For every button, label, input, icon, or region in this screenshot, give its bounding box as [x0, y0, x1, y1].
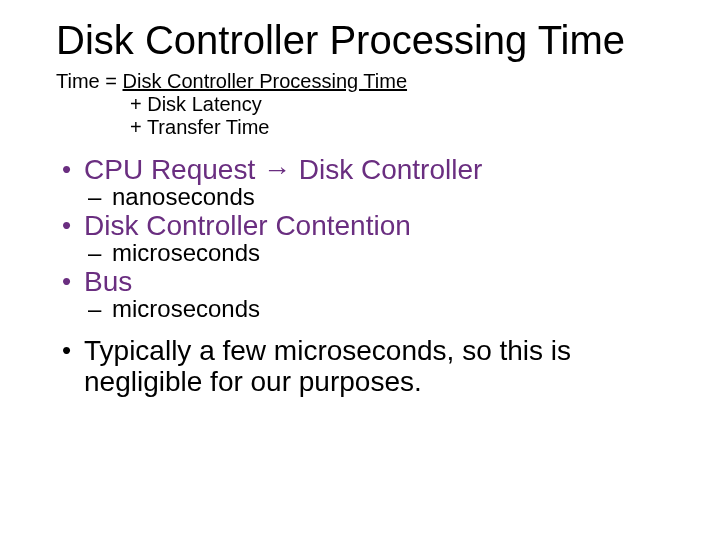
- item-label-pre: CPU Request: [84, 154, 263, 185]
- formula-line-2: + Disk Latency: [56, 93, 664, 116]
- item-sub: microseconds: [84, 240, 664, 266]
- conclusion-item: Typically a few microseconds, so this is…: [56, 336, 664, 396]
- list-item: Disk Controller Contention microseconds: [56, 211, 664, 267]
- item-sub: nanoseconds: [84, 184, 664, 210]
- arrow-icon: →: [263, 154, 291, 185]
- item-label: CPU Request → Disk Controller: [84, 154, 482, 185]
- list-item: Bus microseconds: [56, 267, 664, 323]
- item-sub: microseconds: [84, 296, 664, 322]
- item-label: Disk Controller Contention: [84, 210, 411, 241]
- slide-title: Disk Controller Processing Time: [56, 18, 664, 62]
- formula-lhs: Time =: [56, 70, 123, 92]
- formula-line-3: + Transfer Time: [56, 116, 664, 139]
- item-label-post: Disk Controller: [291, 154, 482, 185]
- time-formula: Time = Disk Controller Processing Time +…: [56, 70, 664, 139]
- list-item: CPU Request → Disk Controller nanosecond…: [56, 155, 664, 211]
- item-label: Bus: [84, 266, 132, 297]
- conclusion-list: Typically a few microseconds, so this is…: [56, 336, 664, 396]
- slide: Disk Controller Processing Time Time = D…: [0, 0, 720, 540]
- formula-rhs-underlined: Disk Controller Processing Time: [123, 70, 408, 92]
- component-list: CPU Request → Disk Controller nanosecond…: [56, 155, 664, 322]
